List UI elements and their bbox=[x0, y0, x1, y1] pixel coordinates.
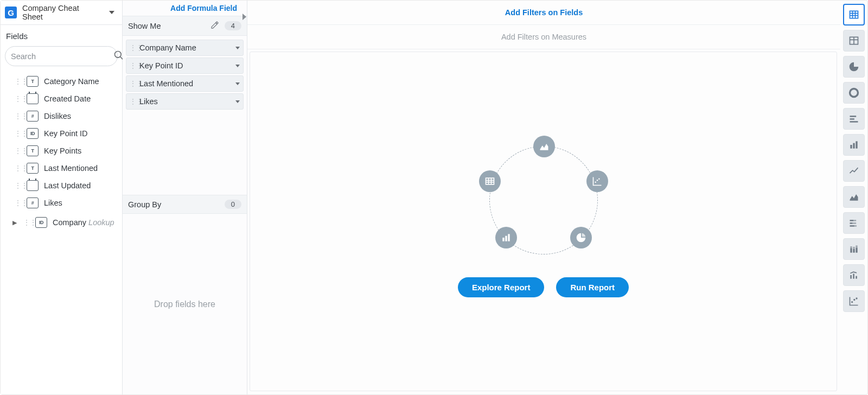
chevron-down-icon[interactable] bbox=[235, 47, 240, 49]
svg-rect-28 bbox=[850, 220, 854, 221]
drag-handle-icon[interactable]: ⋮⋮ bbox=[15, 95, 21, 103]
expand-caret-icon[interactable]: ▶ bbox=[12, 219, 18, 226]
group-by-header: Group By 0 bbox=[123, 195, 247, 214]
drag-handle-icon[interactable]: ⋮⋮ bbox=[15, 164, 21, 172]
svg-rect-6 bbox=[505, 235, 507, 241]
fields-search[interactable] bbox=[5, 46, 118, 66]
datasource-dropdown[interactable] bbox=[106, 7, 118, 18]
drag-handle-icon[interactable]: ⋮⋮ bbox=[15, 78, 21, 85]
drag-handle-icon[interactable]: ⋮⋮ bbox=[130, 44, 136, 52]
svg-point-21 bbox=[850, 89, 858, 97]
run-report-button[interactable]: Run Report bbox=[556, 277, 629, 297]
add-formula-field[interactable]: Add Formula Field bbox=[170, 4, 237, 12]
drag-handle-icon[interactable]: ⋮⋮ bbox=[130, 80, 136, 87]
edit-show-me[interactable] bbox=[210, 21, 219, 31]
config-panel: Add Formula Field Show Me 4 ⋮⋮Company Na… bbox=[123, 1, 247, 394]
chart-type-stacked-hbar[interactable] bbox=[843, 212, 865, 234]
field-type-icon: # bbox=[27, 197, 39, 208]
field-item[interactable]: ⋮⋮#Likes bbox=[1, 194, 122, 212]
field-type-icon: ID bbox=[27, 128, 39, 139]
chart-type-area[interactable] bbox=[843, 186, 865, 208]
field-type-icon: ID bbox=[35, 217, 47, 228]
group-by-drop-zone[interactable]: Drop fields here bbox=[123, 214, 247, 394]
chevron-down-icon[interactable] bbox=[235, 82, 240, 85]
drag-handle-icon[interactable]: ⋮⋮ bbox=[15, 130, 21, 137]
drag-handle-icon[interactable]: ⋮⋮ bbox=[15, 147, 21, 155]
field-name: Key Points bbox=[44, 146, 81, 155]
svg-rect-27 bbox=[856, 141, 857, 148]
field-type-icon bbox=[27, 93, 39, 104]
app-logo-icon: G bbox=[5, 7, 17, 18]
field-type-icon: T bbox=[27, 163, 39, 174]
fields-label: Fields bbox=[1, 25, 122, 46]
drag-handle-icon[interactable]: ⋮⋮ bbox=[15, 182, 21, 189]
group-by-count: 0 bbox=[225, 200, 241, 209]
svg-rect-40 bbox=[850, 275, 852, 279]
show-me-item-label: Last Mentioned bbox=[139, 79, 235, 88]
field-item[interactable]: ⋮⋮#Dislikes bbox=[1, 107, 122, 125]
show-me-item[interactable]: ⋮⋮Company Name bbox=[126, 40, 244, 56]
report-canvas: Explore Report Run Report bbox=[250, 52, 837, 391]
field-name: Likes bbox=[44, 199, 62, 207]
show-me-item-label: Company Name bbox=[139, 43, 235, 52]
canvas-panel: Add Filters on Fields Add Filters on Mea… bbox=[247, 1, 840, 394]
svg-rect-41 bbox=[853, 274, 854, 279]
show-me-item[interactable]: ⋮⋮Last Mentioned bbox=[126, 75, 244, 92]
field-item[interactable]: ⋮⋮TCategory Name bbox=[1, 73, 122, 90]
chart-type-scatter[interactable] bbox=[843, 290, 865, 312]
chart-type-table-summary[interactable] bbox=[843, 30, 865, 52]
svg-rect-33 bbox=[854, 225, 857, 227]
chart-type-hbar[interactable] bbox=[843, 108, 865, 130]
ring-table-icon bbox=[479, 170, 501, 192]
chart-type-ring bbox=[489, 146, 598, 254]
lookup-row[interactable]: ▶ ⋮⋮ ID Company Lookup bbox=[1, 214, 122, 231]
svg-rect-30 bbox=[850, 222, 853, 224]
field-type-icon: T bbox=[27, 145, 39, 156]
svg-point-45 bbox=[856, 297, 857, 299]
chart-type-vbar[interactable] bbox=[843, 134, 865, 156]
ring-area-icon bbox=[533, 136, 555, 157]
field-item[interactable]: ⋮⋮TKey Points bbox=[1, 142, 122, 160]
explore-report-button[interactable]: Explore Report bbox=[458, 277, 545, 297]
svg-rect-38 bbox=[856, 248, 857, 253]
field-type-icon bbox=[27, 180, 39, 191]
svg-rect-13 bbox=[850, 11, 858, 18]
svg-rect-7 bbox=[508, 234, 509, 241]
svg-point-44 bbox=[853, 299, 855, 301]
chart-type-combo[interactable] bbox=[843, 264, 865, 286]
chart-type-rail bbox=[840, 1, 867, 394]
drag-handle-icon[interactable]: ⋮⋮ bbox=[130, 62, 136, 69]
chevron-down-icon[interactable] bbox=[235, 100, 240, 103]
field-name: Dislikes bbox=[44, 112, 71, 120]
drag-handle-icon[interactable]: ⋮⋮ bbox=[15, 112, 21, 120]
field-name: Last Updated bbox=[44, 181, 91, 190]
field-item[interactable]: ⋮⋮TLast Mentioned bbox=[1, 160, 122, 177]
field-item[interactable]: ⋮⋮IDKey Point ID bbox=[1, 125, 122, 142]
svg-rect-36 bbox=[853, 249, 854, 253]
search-input[interactable] bbox=[11, 52, 113, 61]
show-me-title: Show Me bbox=[128, 22, 210, 30]
chevron-down-icon[interactable] bbox=[235, 65, 240, 67]
svg-point-0 bbox=[115, 52, 122, 58]
show-me-item[interactable]: ⋮⋮Likes bbox=[126, 93, 244, 110]
chart-type-table-detail[interactable] bbox=[843, 4, 865, 26]
field-item[interactable]: ⋮⋮Created Date bbox=[1, 90, 122, 107]
ring-pie-icon bbox=[570, 227, 592, 249]
show-me-item[interactable]: ⋮⋮Key Point ID bbox=[126, 58, 244, 74]
chart-type-line[interactable] bbox=[843, 160, 865, 182]
drag-handle-icon[interactable]: ⋮⋮ bbox=[130, 98, 136, 105]
chart-type-pie[interactable] bbox=[843, 56, 865, 78]
svg-point-3 bbox=[596, 180, 598, 181]
drag-handle-icon[interactable]: ⋮⋮ bbox=[23, 219, 30, 226]
field-item[interactable]: ⋮⋮Last Updated bbox=[1, 177, 122, 194]
show-me-item-label: Likes bbox=[139, 97, 235, 106]
collapse-config-panel[interactable] bbox=[240, 10, 248, 23]
add-filters-on-fields[interactable]: Add Filters on Fields bbox=[505, 8, 583, 17]
drag-handle-icon[interactable]: ⋮⋮ bbox=[15, 199, 21, 207]
chart-type-donut[interactable] bbox=[843, 82, 865, 104]
field-type-icon: T bbox=[27, 76, 39, 87]
add-filters-on-measures[interactable]: Add Filters on Measures bbox=[501, 33, 586, 41]
svg-point-43 bbox=[851, 301, 853, 303]
group-by-title: Group By bbox=[128, 200, 219, 209]
chart-type-stacked-vbar[interactable] bbox=[843, 238, 865, 260]
